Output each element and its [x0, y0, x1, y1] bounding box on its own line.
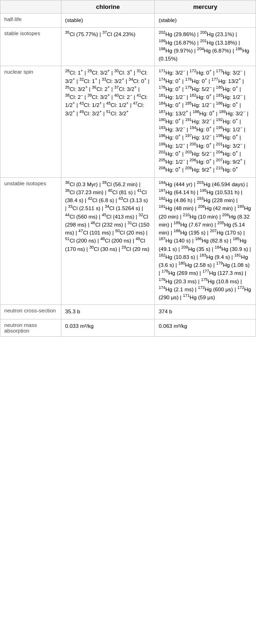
mercury-cell-3: 194Hg (444 yr) | 203Hg (46.594 days) | 1… — [155, 177, 256, 305]
chlorine-cell-0: (stable) — [61, 14, 155, 28]
row-label-1: stable isotopes — [0, 28, 61, 66]
mercury-cell-2: 171Hg: 3/2− | 172Hg: 0+ | 173Hg: 3/2− | … — [155, 66, 256, 177]
column-header-chlorine: chlorine — [61, 0, 155, 14]
mercury-cell-4: 374 b — [155, 305, 256, 319]
row-label-4: neutron cross-section — [0, 305, 61, 319]
mercury-cell-0: (stable) — [155, 14, 256, 28]
mercury-cell-5: 0.063 m²/kg — [155, 319, 256, 336]
row-label-3: unstable isotopes — [0, 177, 61, 305]
chlorine-cell-4: 35.3 b — [61, 305, 155, 319]
chlorine-cell-1: 35Cl (75.77%) | 37Cl (24.23%) — [61, 28, 155, 66]
column-header-label — [0, 0, 61, 14]
row-label-5: neutron mass absorption — [0, 319, 61, 336]
row-label-2: nuclear spin — [0, 66, 61, 177]
column-header-mercury: mercury — [155, 0, 256, 14]
chlorine-cell-5: 0.033 m²/kg — [61, 319, 155, 336]
chlorine-cell-2: 28Cl: 1+ | 29Cl: 3/2+ | 30Cl: 3+ | 31Cl:… — [61, 66, 155, 177]
row-label-0: half-life — [0, 14, 61, 28]
chlorine-cell-3: 36Cl (0.3 Myr) | 39Cl (56.2 min) | 38Cl … — [61, 177, 155, 305]
mercury-cell-1: 202Hg (29.86%) | 200Hg (23.1%) | 199Hg (… — [155, 28, 256, 66]
